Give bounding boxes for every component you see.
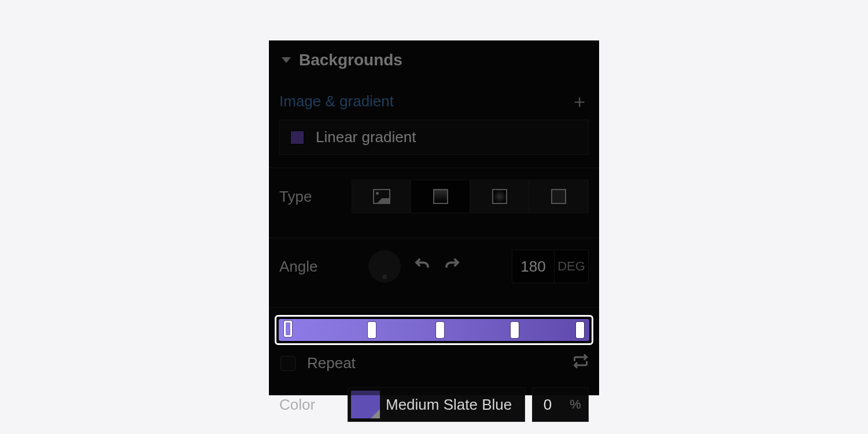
angle-knob[interactable] <box>368 250 401 283</box>
repeat-label: Repeat <box>307 354 356 372</box>
add-background-button[interactable]: + <box>574 96 585 107</box>
angle-input[interactable]: 180 DEG <box>512 250 589 283</box>
gradient-stop-0[interactable] <box>284 321 292 337</box>
gradient-slider[interactable] <box>275 315 593 345</box>
reverse-gradient-button[interactable] <box>572 353 589 373</box>
angle-controls <box>368 250 461 283</box>
angle-row: Angle 180 DEG <box>269 238 599 295</box>
type-linear-button[interactable] <box>411 180 470 213</box>
angle-label: Angle <box>279 258 318 276</box>
rotate-cw-button[interactable] <box>444 256 461 277</box>
subheader-label: Image & gradient <box>279 92 394 110</box>
swap-icon <box>572 353 589 369</box>
stop-position-field[interactable]: 0 % <box>532 387 589 422</box>
angle-unit: DEG <box>554 250 588 283</box>
gradient-stop-3[interactable] <box>511 322 519 338</box>
radial-gradient-icon <box>492 189 507 204</box>
divider <box>269 307 599 308</box>
color-row: Color Medium Slate Blue 0 % <box>269 377 599 422</box>
rotate-ccw-button[interactable] <box>413 256 431 277</box>
caret-down-icon <box>282 57 291 63</box>
type-image-button[interactable] <box>352 180 411 213</box>
color-label: Color <box>279 396 348 414</box>
image-icon <box>373 189 390 204</box>
gradient-stop-2[interactable] <box>436 322 444 338</box>
color-field[interactable]: Medium Slate Blue <box>348 387 525 422</box>
repeat-checkbox[interactable] <box>280 356 296 371</box>
type-row: Type <box>269 168 599 225</box>
type-solid-button[interactable] <box>529 180 588 213</box>
section-title: Backgrounds <box>299 51 402 69</box>
repeat-row: Repeat <box>269 345 599 377</box>
image-gradient-subheader: Image & gradient + <box>269 75 599 115</box>
angle-value: 180 <box>512 258 554 276</box>
gradient-stop-1[interactable] <box>368 322 376 338</box>
layer-swatch-icon <box>290 131 304 144</box>
type-label: Type <box>279 188 343 206</box>
linear-gradient-icon <box>433 189 448 204</box>
stop-position-value: 0 <box>533 396 563 414</box>
color-swatch[interactable] <box>351 391 380 418</box>
backgrounds-panel: Backgrounds Image & gradient + Linear gr… <box>269 40 599 395</box>
gradient-bar[interactable] <box>279 319 589 341</box>
undo-icon <box>413 256 431 273</box>
layer-name: Linear gradient <box>316 128 416 146</box>
solid-color-icon <box>551 189 566 204</box>
background-layer-row[interactable]: Linear gradient <box>279 120 589 155</box>
section-header[interactable]: Backgrounds <box>269 40 599 75</box>
type-radial-button[interactable] <box>470 180 529 213</box>
redo-icon <box>444 256 461 273</box>
color-name: Medium Slate Blue <box>386 396 512 414</box>
stop-position-unit: % <box>563 397 588 412</box>
type-button-group <box>352 180 589 213</box>
gradient-stop-4[interactable] <box>576 322 584 338</box>
